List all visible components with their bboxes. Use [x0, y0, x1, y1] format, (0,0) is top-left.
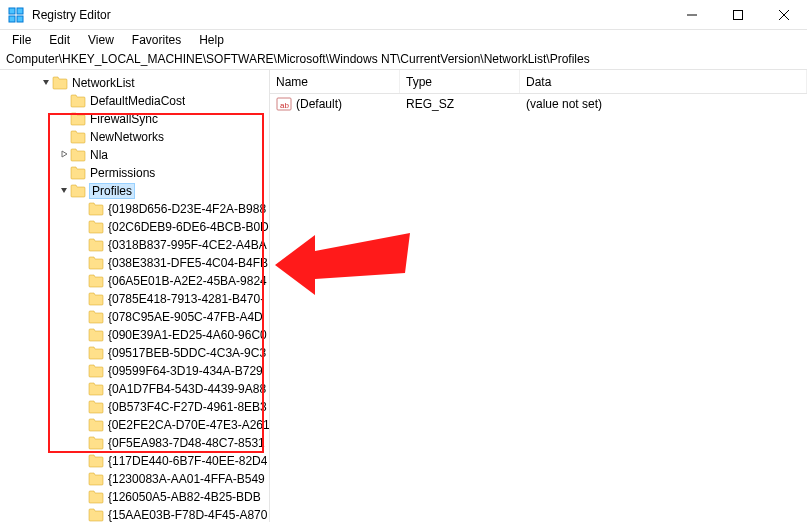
- tree-item-label: {0198D656-D23E-4F2A-B988: [108, 202, 266, 216]
- list-body: ab(Default)REG_SZ(value not set): [270, 94, 807, 114]
- tree-item[interactable]: {0A1D7FB4-543D-4439-9A88: [0, 380, 269, 398]
- folder-icon: [88, 454, 104, 468]
- value-type: REG_SZ: [406, 97, 526, 111]
- folder-icon: [88, 364, 104, 378]
- folder-icon: [88, 274, 104, 288]
- tree-item-label: Permissions: [90, 166, 155, 180]
- tree-item-label: {1230083A-AA01-4FFA-B549: [108, 472, 265, 486]
- tree-item[interactable]: {06A5E01B-A2E2-45BA-9824: [0, 272, 269, 290]
- folder-icon: [88, 256, 104, 270]
- tree-item[interactable]: {117DE440-6B7F-40EE-82D4: [0, 452, 269, 470]
- folder-icon: [70, 130, 86, 144]
- svg-rect-5: [734, 10, 743, 19]
- tree-item-label: Nla: [90, 148, 108, 162]
- tree-item-label: NewNetworks: [90, 130, 164, 144]
- tree-item[interactable]: {038E3831-DFE5-4C04-B4FB: [0, 254, 269, 272]
- chevron-right-icon[interactable]: [58, 150, 70, 160]
- value-data: (value not set): [526, 97, 602, 111]
- tree-item[interactable]: {078C95AE-905C-47FB-A4D: [0, 308, 269, 326]
- tree-item-label: {0E2FE2CA-D70E-47E3-A261: [108, 418, 269, 432]
- folder-icon: [88, 292, 104, 306]
- close-button[interactable]: [761, 0, 807, 30]
- folder-icon: [70, 112, 86, 126]
- svg-text:ab: ab: [280, 101, 289, 110]
- tree-item[interactable]: {15AAE03B-F78D-4F45-A870: [0, 506, 269, 522]
- folder-icon: [88, 508, 104, 522]
- chevron-down-icon[interactable]: [58, 186, 70, 196]
- tree-item-label: {09517BEB-5DDC-4C3A-9C3: [108, 346, 266, 360]
- folder-icon: [88, 202, 104, 216]
- tree-item-label: FirewallSync: [90, 112, 158, 126]
- tree-item-label: {078C95AE-905C-47FB-A4D: [108, 310, 263, 324]
- tree-item[interactable]: DefaultMediaCost: [0, 92, 269, 110]
- tree-item-label: {0B573F4C-F27D-4961-8EB3: [108, 400, 267, 414]
- tree-item-label: Profiles: [90, 184, 134, 198]
- column-header-data[interactable]: Data: [520, 70, 807, 93]
- tree-item-label: {0318B837-995F-4CE2-A4BA: [108, 238, 267, 252]
- tree-item-label: {117DE440-6B7F-40EE-82D4: [108, 454, 267, 468]
- folder-icon: [88, 238, 104, 252]
- tree-item[interactable]: {02C6DEB9-6DE6-4BCB-B0D: [0, 218, 269, 236]
- folder-icon: [88, 436, 104, 450]
- folder-icon: [88, 400, 104, 414]
- tree-item[interactable]: {0B573F4C-F27D-4961-8EB3: [0, 398, 269, 416]
- tree-item[interactable]: NewNetworks: [0, 128, 269, 146]
- folder-icon: [88, 472, 104, 486]
- column-header-type[interactable]: Type: [400, 70, 520, 93]
- folder-icon: [88, 220, 104, 234]
- tree-item-label: NetworkList: [72, 76, 135, 90]
- svg-rect-1: [17, 8, 23, 14]
- tree-item[interactable]: FirewallSync: [0, 110, 269, 128]
- tree-item[interactable]: Nla: [0, 146, 269, 164]
- window-title: Registry Editor: [32, 8, 669, 22]
- tree-item[interactable]: Profiles: [0, 182, 269, 200]
- tree-item[interactable]: {0785E418-7913-4281-B470-: [0, 290, 269, 308]
- menu-favorites[interactable]: Favorites: [124, 31, 189, 49]
- tree-item[interactable]: {09517BEB-5DDC-4C3A-9C3: [0, 344, 269, 362]
- tree-item[interactable]: NetworkList: [0, 74, 269, 92]
- folder-icon: [70, 94, 86, 108]
- svg-rect-2: [9, 16, 15, 22]
- tree-item[interactable]: {09599F64-3D19-434A-B729: [0, 362, 269, 380]
- tree-item-label: {126050A5-AB82-4B25-BDB: [108, 490, 261, 504]
- column-header-name[interactable]: Name: [270, 70, 400, 93]
- tree-item-label: {09599F64-3D19-434A-B729: [108, 364, 263, 378]
- menubar: File Edit View Favorites Help: [0, 30, 807, 50]
- list-row[interactable]: ab(Default)REG_SZ(value not set): [270, 94, 807, 114]
- address-bar[interactable]: Computer\HKEY_LOCAL_MACHINE\SOFTWARE\Mic…: [0, 50, 807, 70]
- svg-rect-0: [9, 8, 15, 14]
- tree-item[interactable]: {126050A5-AB82-4B25-BDB: [0, 488, 269, 506]
- address-path: Computer\HKEY_LOCAL_MACHINE\SOFTWARE\Mic…: [6, 52, 590, 66]
- tree-item-label: {15AAE03B-F78D-4F45-A870: [108, 508, 267, 522]
- tree-item[interactable]: {1230083A-AA01-4FFA-B549: [0, 470, 269, 488]
- tree-item-label: {0A1D7FB4-543D-4439-9A88: [108, 382, 266, 396]
- menu-help[interactable]: Help: [191, 31, 232, 49]
- folder-icon: [88, 490, 104, 504]
- tree-item[interactable]: Permissions: [0, 164, 269, 182]
- maximize-button[interactable]: [715, 0, 761, 30]
- list-header: Name Type Data: [270, 70, 807, 94]
- menu-edit[interactable]: Edit: [41, 31, 78, 49]
- tree-item-label: DefaultMediaCost: [90, 94, 185, 108]
- menu-view[interactable]: View: [80, 31, 122, 49]
- tree-pane[interactable]: NetworkListDefaultMediaCostFirewallSyncN…: [0, 70, 270, 522]
- tree-item-label: {0F5EA983-7D48-48C7-8531: [108, 436, 265, 450]
- titlebar: Registry Editor: [0, 0, 807, 30]
- tree-item[interactable]: {0198D656-D23E-4F2A-B988: [0, 200, 269, 218]
- folder-icon: [88, 382, 104, 396]
- chevron-down-icon[interactable]: [40, 78, 52, 88]
- tree-item[interactable]: {090E39A1-ED25-4A60-96C0: [0, 326, 269, 344]
- main-area: NetworkListDefaultMediaCostFirewallSyncN…: [0, 70, 807, 522]
- folder-icon: [88, 346, 104, 360]
- minimize-button[interactable]: [669, 0, 715, 30]
- tree-item-label: {090E39A1-ED25-4A60-96C0: [108, 328, 267, 342]
- tree-item[interactable]: {0318B837-995F-4CE2-A4BA: [0, 236, 269, 254]
- window-controls: [669, 0, 807, 30]
- menu-file[interactable]: File: [4, 31, 39, 49]
- tree-item[interactable]: {0E2FE2CA-D70E-47E3-A261: [0, 416, 269, 434]
- list-pane[interactable]: Name Type Data ab(Default)REG_SZ(value n…: [270, 70, 807, 522]
- tree-item[interactable]: {0F5EA983-7D48-48C7-8531: [0, 434, 269, 452]
- string-value-icon: ab: [276, 96, 292, 112]
- folder-icon: [70, 166, 86, 180]
- tree-item-label: {0785E418-7913-4281-B470-: [108, 292, 264, 306]
